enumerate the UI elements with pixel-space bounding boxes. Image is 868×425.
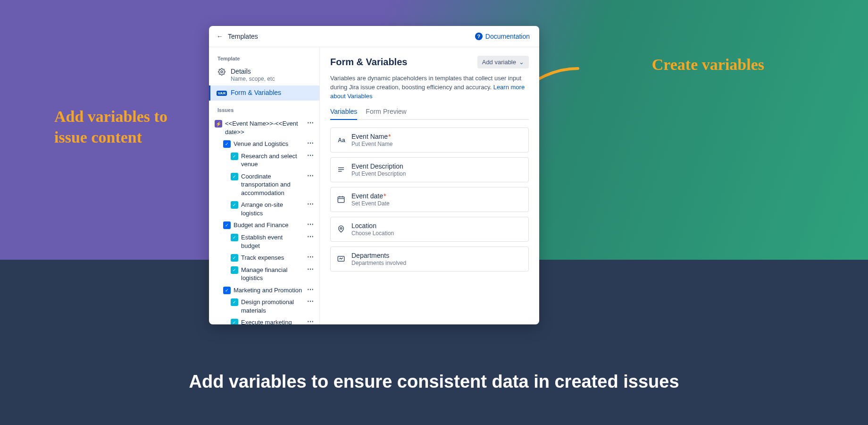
issue-type-icon: ✓ (231, 173, 238, 180)
back-button[interactable]: ← Templates (217, 33, 258, 40)
issue-type-icon: ✓ (231, 319, 238, 324)
tree-item-menu[interactable]: ⋯ (305, 298, 316, 305)
tree-item-menu[interactable]: ⋯ (305, 152, 316, 159)
svg-text:Aa: Aa (338, 137, 345, 144)
tree-item[interactable]: ✓Venue and Logistics⋯ (215, 138, 316, 150)
variable-hint: Departments involved (351, 260, 406, 266)
issue-type-icon: ✓ (231, 201, 238, 209)
form-variables-label: Form & Variables (231, 89, 281, 96)
tree-item[interactable]: ⚡<<Event Name>>-<<Event date>>⋯ (215, 118, 316, 138)
details-sublabel: Name, scope, etc (231, 76, 275, 82)
issue-type-icon: ✓ (223, 221, 231, 229)
variable-name: Event Description (351, 162, 406, 170)
tab-form-preview[interactable]: Form Preview (366, 108, 406, 120)
svg-point-0 (221, 71, 223, 73)
tree-item[interactable]: ✓Marketing and Promotion⋯ (215, 284, 316, 297)
variable-card[interactable]: DepartmentsDepartments involved (330, 246, 529, 272)
caption: Add variables to ensure consistent data … (0, 372, 868, 392)
tree-item-menu[interactable]: ⋯ (305, 233, 316, 240)
issue-type-icon: ✓ (223, 140, 231, 148)
issue-type-icon: ⚡ (215, 120, 222, 128)
variable-name: Event Name* (351, 133, 392, 140)
details-label: Details (231, 68, 275, 75)
variable-card[interactable]: LocationChoose Location (330, 217, 529, 242)
issue-type-icon: ✓ (231, 153, 238, 160)
text-icon: Aa (336, 135, 346, 144)
issue-type-icon: ✓ (223, 287, 231, 294)
tree-item-label: Track expenses (241, 254, 302, 262)
issue-type-icon: ✓ (231, 266, 238, 274)
page-title: Form & Variables (330, 57, 407, 68)
section-template: Template (209, 53, 319, 64)
tree-item-menu[interactable]: ⋯ (305, 119, 316, 126)
documentation-label: Documentation (485, 33, 530, 40)
sidebar: Template Details Name, scope, etc VAR Fo… (209, 47, 320, 324)
issue-type-icon: ✓ (231, 298, 238, 306)
tree-item-label: Coordinate transportation and accommodat… (241, 172, 302, 197)
issue-tree: ⚡<<Event Name>>-<<Event date>>⋯✓Venue an… (209, 116, 319, 324)
tree-item-menu[interactable]: ⋯ (305, 318, 316, 324)
tree-item[interactable]: ✓Design promotional materials⋯ (215, 296, 316, 316)
tree-item-label: Arrange on-site logistics (241, 201, 302, 217)
variable-card[interactable]: AaEvent Name*Put Event Name (330, 128, 529, 153)
documentation-link[interactable]: ? Documentation (475, 33, 530, 40)
section-issues: Issues (209, 104, 319, 116)
tree-item-menu[interactable]: ⋯ (305, 221, 316, 228)
tree-item[interactable]: ✓Establish event budget⋯ (215, 231, 316, 252)
tree-item-label: Design promotional materials (241, 298, 302, 314)
gear-icon (217, 68, 226, 76)
tree-item[interactable]: ✓Track expenses⋯ (215, 252, 316, 264)
help-icon: ? (475, 33, 483, 40)
variable-name: Location (351, 222, 394, 230)
dept-icon (336, 254, 346, 264)
tree-item[interactable]: ✓Budget and Finance⋯ (215, 219, 316, 231)
add-variable-label: Add variable (482, 59, 516, 66)
annotation-right: Create variables (652, 54, 764, 75)
main-content: Form & Variables Add variable ⌄ Variable… (320, 47, 539, 324)
tree-item-menu[interactable]: ⋯ (305, 140, 316, 146)
location-icon (336, 224, 346, 234)
back-arrow-icon: ← (217, 33, 223, 40)
tree-item-label: Execute marketing campaigns (241, 318, 302, 324)
tree-item-menu[interactable]: ⋯ (305, 254, 316, 260)
issue-type-icon: ✓ (231, 234, 238, 241)
tree-item-menu[interactable]: ⋯ (305, 286, 316, 293)
tree-item[interactable]: ✓Execute marketing campaigns⋯ (215, 316, 316, 324)
variable-name: Departments (351, 252, 406, 259)
calendar-icon (336, 195, 346, 204)
tree-item[interactable]: ✓Coordinate transportation and accommoda… (215, 170, 316, 199)
tree-item-menu[interactable]: ⋯ (305, 201, 316, 207)
breadcrumb: Templates (228, 33, 258, 40)
tree-item-label: Venue and Logistics (234, 140, 302, 148)
tree-item[interactable]: ✓Research and select venue⋯ (215, 150, 316, 170)
var-badge-icon: VAR (217, 89, 226, 97)
tree-item[interactable]: ✓Manage financial logistics⋯ (215, 264, 316, 284)
tree-item-label: Research and select venue (241, 152, 302, 169)
add-variable-button[interactable]: Add variable ⌄ (477, 56, 529, 68)
tree-item-label: Budget and Finance (234, 221, 302, 230)
variable-hint: Choose Location (351, 230, 394, 237)
sidebar-item-form-variables[interactable]: VAR Form & Variables (209, 85, 319, 101)
tab-variables[interactable]: Variables (330, 108, 357, 120)
para-icon (336, 165, 346, 174)
tree-item[interactable]: ✓Arrange on-site logistics⋯ (215, 199, 316, 219)
variable-card[interactable]: Event date*Set Event Date (330, 187, 529, 212)
tree-item-label: Marketing and Promotion (234, 286, 302, 295)
description: Variables are dynamic placeholders in te… (330, 74, 529, 101)
chevron-down-icon: ⌄ (519, 59, 524, 66)
app-panel: ← Templates ? Documentation Template Det… (209, 26, 539, 324)
tree-item-label: <<Event Name>>-<<Event date>> (225, 119, 302, 136)
tree-item-label: Establish event budget (241, 233, 302, 250)
variable-card[interactable]: Event DescriptionPut Event Description (330, 157, 529, 182)
variable-hint: Set Event Date (351, 200, 390, 207)
tree-item-menu[interactable]: ⋯ (305, 266, 316, 272)
tree-item-menu[interactable]: ⋯ (305, 172, 316, 179)
tree-item-label: Manage financial logistics (241, 266, 302, 282)
sidebar-item-details[interactable]: Details Name, scope, etc (209, 64, 319, 85)
variable-list: AaEvent Name*Put Event NameEvent Descrip… (330, 128, 529, 272)
svg-point-9 (340, 228, 342, 230)
variable-name: Event date* (351, 192, 390, 200)
svg-rect-5 (338, 197, 344, 203)
issue-type-icon: ✓ (231, 254, 238, 262)
annotation-left: Add variables to issue content (54, 106, 196, 148)
